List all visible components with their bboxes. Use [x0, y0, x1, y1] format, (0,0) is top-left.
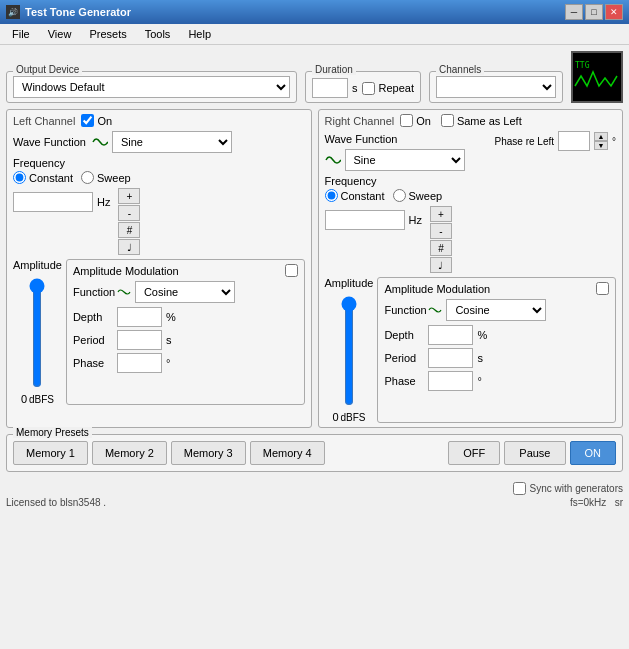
right-phase-up[interactable]: ▲ [594, 132, 608, 141]
left-wave-select[interactable]: SineCosineSquareTriangle [112, 131, 232, 153]
menu-file[interactable]: File [4, 26, 38, 42]
left-channel-on-label: On [97, 115, 112, 127]
right-constant-radio[interactable] [325, 189, 338, 202]
left-am-func-select[interactable]: CosineSineSquareTriangle [135, 281, 235, 303]
repeat-checkbox[interactable] [362, 82, 375, 95]
left-period-input[interactable]: 1 [117, 330, 162, 350]
right-freq-note[interactable]: ♩ [430, 257, 452, 273]
right-period-input[interactable]: 1 [428, 348, 473, 368]
right-am-func-select[interactable]: CosineSineSquareTriangle [446, 299, 546, 321]
right-freq-unit: Hz [409, 214, 422, 226]
right-am-title: Amplitude Modulation [384, 283, 490, 295]
right-channel-on-checkbox[interactable] [400, 114, 413, 127]
right-am-checkbox[interactable] [596, 282, 609, 295]
right-phase-group: Phase re Left 0 ▲ ▼ ° [495, 131, 616, 151]
right-am-func-label: Function [384, 304, 424, 316]
right-amp-value: 0 [332, 411, 338, 423]
right-phase-unit: ° [477, 375, 481, 387]
channels-group: Channels [429, 71, 563, 103]
right-wave-select[interactable]: SineCosineSquareTriangle [345, 149, 465, 171]
left-freq-input[interactable]: 100 [13, 192, 93, 212]
pause-button[interactable]: Pause [504, 441, 565, 465]
memory4-button[interactable]: Memory 4 [250, 441, 325, 465]
status-bar: Sync with generators Licensed to blsn354… [0, 478, 629, 512]
left-am-section: Amplitude Modulation Function CosineSine… [66, 259, 305, 405]
right-depth-label: Depth [384, 329, 424, 341]
memory-presets-label: Memory Presets [13, 427, 92, 438]
right-channel-title: Right Channel [325, 115, 395, 127]
right-freq-minus[interactable]: - [430, 223, 452, 239]
memory3-button[interactable]: Memory 3 [171, 441, 246, 465]
memory-presets-section: Memory Presets Memory 1 Memory 2 Memory … [6, 434, 623, 472]
repeat-label: Repeat [379, 82, 414, 94]
right-sweep-radio[interactable] [393, 189, 406, 202]
right-freq-plus[interactable]: + [430, 206, 452, 222]
right-freq-label: Frequency [325, 175, 617, 187]
left-amplitude-slider[interactable] [28, 278, 46, 388]
output-device-label: Output Device [13, 64, 82, 75]
menu-view[interactable]: View [40, 26, 80, 42]
right-freq-hash[interactable]: # [430, 240, 452, 256]
memory1-button[interactable]: Memory 1 [13, 441, 88, 465]
right-constant-label: Constant [341, 190, 385, 202]
left-sweep-label: Sweep [97, 172, 131, 184]
maximize-button[interactable]: □ [585, 4, 603, 20]
freq-status: fs=0kHz sr [570, 497, 623, 508]
window-title: Test Tone Generator [25, 6, 131, 18]
ttg-logo: TTG [571, 51, 623, 103]
title-bar: 🔊 Test Tone Generator ─ □ ✕ [0, 0, 629, 24]
right-amplitude-slider[interactable] [340, 296, 358, 406]
right-phase-down[interactable]: ▼ [594, 141, 608, 150]
right-phase-re-left-label: Phase re Left [495, 136, 554, 147]
left-am-func-icon [117, 286, 131, 298]
duration-label: Duration [312, 64, 356, 75]
close-button[interactable]: ✕ [605, 4, 623, 20]
right-freq-input[interactable]: 100 [325, 210, 405, 230]
left-freq-minus[interactable]: - [118, 205, 140, 221]
off-button[interactable]: OFF [448, 441, 500, 465]
right-sine-icon [325, 153, 341, 167]
on-button[interactable]: ON [570, 441, 617, 465]
minimize-button[interactable]: ─ [565, 4, 583, 20]
channels-label: Channels [436, 64, 484, 75]
right-depth-unit: % [477, 329, 487, 341]
right-wave-label: Wave Function [325, 133, 398, 145]
right-phase-unit: ° [612, 136, 616, 147]
left-freq-hash[interactable]: # [118, 222, 140, 238]
left-phase-input[interactable]: 0 [117, 353, 162, 373]
right-sweep-label: Sweep [409, 190, 443, 202]
right-depth-input[interactable]: 100 [428, 325, 473, 345]
left-sine-icon [92, 135, 108, 149]
right-channel-panel: Right Channel On Same as Left Wave Funct… [318, 109, 624, 428]
left-freq-label: Frequency [13, 157, 305, 169]
channels-select[interactable] [436, 76, 556, 98]
right-phase-re-left-input[interactable]: 0 [558, 131, 590, 151]
left-freq-note[interactable]: ♩ [118, 239, 140, 255]
left-channel-on-checkbox[interactable] [81, 114, 94, 127]
right-amp-label: Amplitude [325, 277, 374, 289]
menu-presets[interactable]: Presets [81, 26, 134, 42]
sync-label: Sync with generators [530, 483, 623, 494]
menu-help[interactable]: Help [180, 26, 219, 42]
left-freq-unit: Hz [97, 196, 110, 208]
left-constant-label: Constant [29, 172, 73, 184]
left-sweep-radio[interactable] [81, 171, 94, 184]
sync-checkbox[interactable] [513, 482, 526, 495]
left-depth-input[interactable]: 100 [117, 307, 162, 327]
memory2-button[interactable]: Memory 2 [92, 441, 167, 465]
right-phase-label: Phase [384, 375, 424, 387]
left-phase-unit: ° [166, 357, 170, 369]
left-am-func-label: Function [73, 286, 113, 298]
left-freq-plus[interactable]: + [118, 188, 140, 204]
right-period-unit: s [477, 352, 483, 364]
left-amp-label: Amplitude [13, 259, 62, 271]
menu-bar: File View Presets Tools Help [0, 24, 629, 45]
left-constant-radio[interactable] [13, 171, 26, 184]
right-phase-input[interactable]: 0 [428, 371, 473, 391]
right-same-as-left-checkbox[interactable] [441, 114, 454, 127]
menu-tools[interactable]: Tools [137, 26, 179, 42]
duration-input[interactable]: 8 [312, 78, 348, 98]
licensed-text: Licensed to blsn3548 . [6, 497, 106, 508]
left-am-checkbox[interactable] [285, 264, 298, 277]
output-device-select[interactable]: Windows Default [13, 76, 290, 98]
